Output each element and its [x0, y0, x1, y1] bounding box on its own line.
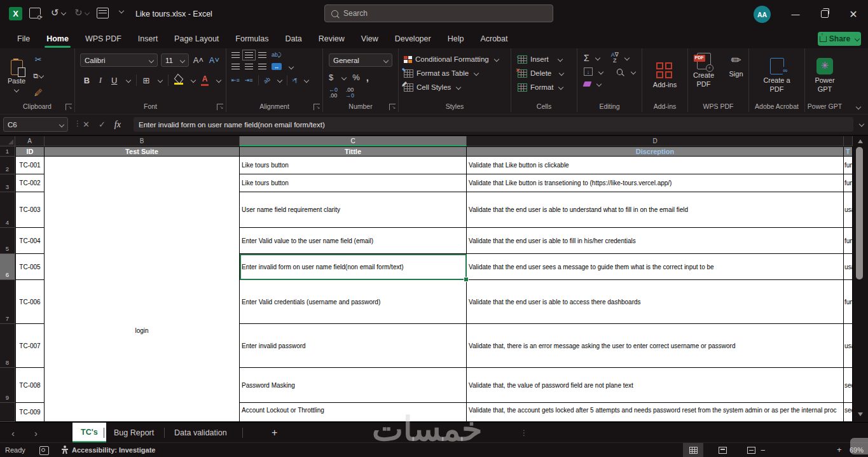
create-pdf-button[interactable]: PDF+ Create PDF — [690, 53, 718, 89]
insert-function-icon[interactable]: fx — [114, 120, 121, 130]
page-break-view-button[interactable] — [741, 443, 761, 457]
cell-d2[interactable]: Validate that Like button is clickable — [467, 157, 844, 174]
sheet-nav-right-icon[interactable]: › — [34, 423, 38, 443]
text-direction-icon[interactable]: ›¶ — [293, 78, 298, 83]
cell-a6[interactable]: TC-005 — [15, 254, 45, 280]
cell-c5[interactable]: Enter Valid value to the user name field… — [240, 228, 467, 254]
enter-icon[interactable]: ✓ — [99, 120, 106, 129]
row-header-8[interactable]: 8 — [0, 324, 15, 368]
tab-insert[interactable]: Insert — [130, 29, 166, 48]
row-header-2[interactable]: 2 — [0, 157, 15, 174]
accessibility-status[interactable]: Accessibility: Investigate — [72, 446, 155, 454]
cell-a2[interactable]: TC-001 — [15, 157, 45, 174]
align-right-icon[interactable] — [258, 64, 266, 69]
cancel-icon[interactable]: ✕ — [83, 120, 90, 129]
comma-style-icon[interactable]: , — [366, 72, 369, 83]
delete-cells-button[interactable]: ✕ Delete — [518, 66, 570, 80]
sort-filter-icon[interactable]: A∇Z — [611, 52, 619, 64]
close-button[interactable]: ✕ — [839, 0, 868, 28]
share-button[interactable]: Share — [818, 32, 861, 46]
sign-button[interactable]: ✎ Sign — [726, 53, 747, 79]
header-cell-id[interactable]: ID — [15, 146, 45, 157]
qat-dropdown[interactable] — [117, 9, 123, 13]
sheet-nav-left-icon[interactable]: ‹ — [11, 423, 15, 443]
font-family-select[interactable]: Calibri — [80, 53, 158, 67]
cell-a9[interactable]: TC-008 — [15, 368, 45, 403]
cell-a4[interactable]: TC-003 — [15, 192, 45, 228]
cell-e4[interactable]: usa — [844, 192, 853, 228]
row-header-9[interactable]: 9 — [0, 368, 15, 403]
cell-a3[interactable]: TC-002 — [15, 174, 45, 192]
select-all-corner[interactable] — [0, 136, 15, 146]
align-middle-icon[interactable] — [245, 52, 253, 58]
align-center-icon[interactable] — [245, 64, 253, 69]
tab-developer[interactable]: Developer — [387, 29, 439, 48]
paste-button[interactable]: Paste — [8, 60, 25, 92]
bold-button[interactable]: B — [83, 74, 91, 87]
vertical-scroll-thumb[interactable] — [856, 147, 863, 279]
borders-icon[interactable]: ⊞ — [142, 74, 151, 87]
cell-c9[interactable]: Password Masking — [240, 368, 467, 403]
header-cell-discreption[interactable]: Discreption — [467, 146, 844, 157]
row-header-3[interactable]: 3 — [0, 174, 15, 192]
clear-icon[interactable] — [583, 81, 592, 87]
header-cell-test-suite[interactable]: Test Suite — [45, 146, 240, 157]
cut-icon[interactable]: ✂ — [32, 53, 45, 66]
cell-a10[interactable]: TC-009 — [15, 403, 45, 422]
insert-cells-button[interactable]: ← Insert — [518, 52, 570, 66]
percent-style-icon[interactable]: % — [352, 73, 360, 82]
font-dialog-launcher[interactable]: ↘ — [217, 104, 223, 110]
tab-acrobat[interactable]: Acrobat — [472, 29, 516, 48]
cell-e9[interactable]: sec — [844, 368, 853, 403]
format-cells-button[interactable]: Format — [518, 80, 570, 94]
zoom-out-button[interactable]: − — [761, 446, 766, 455]
power-gpt-button[interactable]: ✳ Power GPT — [810, 58, 839, 94]
col-header-b[interactable]: B — [45, 136, 240, 146]
shrink-font-icon[interactable]: A˅ — [208, 54, 221, 67]
clipboard-dialog-launcher[interactable]: ↘ — [65, 104, 72, 110]
col-header-e[interactable] — [844, 136, 853, 146]
cell-b-merged-login[interactable]: login — [45, 157, 240, 422]
sheet-tab-tcs[interactable]: TC's — [72, 423, 106, 443]
row-header-10[interactable] — [0, 403, 15, 422]
increase-indent-icon[interactable]: ⇥≡ — [245, 78, 253, 83]
col-header-d[interactable]: D — [467, 136, 844, 146]
cell-d9[interactable]: Validate that, the value of password fie… — [467, 368, 844, 403]
cell-d8[interactable]: Validate that, there is an error message… — [467, 324, 844, 368]
col-header-a[interactable]: A — [15, 136, 45, 146]
decrease-indent-icon[interactable]: ⇤≡ — [231, 78, 240, 83]
alignment-dialog-launcher[interactable]: ↘ — [313, 104, 320, 110]
decrease-decimal-icon[interactable]: .00→0 — [345, 87, 354, 99]
underline-button[interactable]: U — [110, 74, 118, 87]
redo-button[interactable]: ↻ — [74, 7, 89, 18]
wrap-text-icon[interactable]: ab⤸ — [272, 52, 281, 58]
fill-color-button[interactable] — [174, 76, 183, 85]
row-header-1[interactable]: 1 — [0, 146, 15, 157]
page-layout-view-button[interactable] — [712, 443, 733, 457]
new-sheet-button[interactable]: + — [263, 423, 286, 443]
cell-c6-selected[interactable]: Enter invalid form on user name field(no… — [240, 254, 467, 280]
macro-record-icon[interactable] — [39, 446, 49, 455]
create-a-pdf-button[interactable]: ∞ Create a PDF — [759, 58, 795, 94]
cell-a8[interactable]: TC-007 — [15, 324, 45, 368]
tab-formulas[interactable]: Formulas — [227, 29, 277, 48]
cell-d10[interactable]: Validate that, the account gets locked a… — [467, 403, 844, 422]
sheet-tab-bug-report[interactable]: Bug Report — [106, 423, 162, 443]
cell-c4[interactable]: User name field requirement clarity — [240, 192, 467, 228]
conditional-formatting-button[interactable]: Conditional Formatting — [404, 52, 506, 66]
formula-input[interactable]: Enter invalid form on user name field(no… — [134, 117, 853, 132]
sheet-tab-data-validation[interactable]: Data validation — [166, 423, 235, 443]
tab-view[interactable]: View — [353, 29, 387, 48]
increase-decimal-icon[interactable]: ←0.00 — [329, 87, 338, 99]
align-bottom-icon[interactable] — [258, 52, 266, 58]
cell-e3[interactable]: fun — [844, 174, 853, 192]
fill-handle[interactable] — [464, 277, 469, 282]
cell-c2[interactable]: Like tours button — [240, 157, 467, 174]
addins-button[interactable]: Add-ins — [653, 62, 677, 90]
fill-down-icon[interactable]: ↓ — [584, 67, 593, 76]
scroll-up-icon[interactable] — [858, 139, 863, 143]
collapse-ribbon-icon[interactable] — [856, 104, 861, 109]
merge-center-icon[interactable]: ↔ — [272, 63, 282, 70]
zoom-level[interactable]: 69% — [850, 446, 864, 454]
align-top-icon[interactable] — [231, 52, 240, 58]
